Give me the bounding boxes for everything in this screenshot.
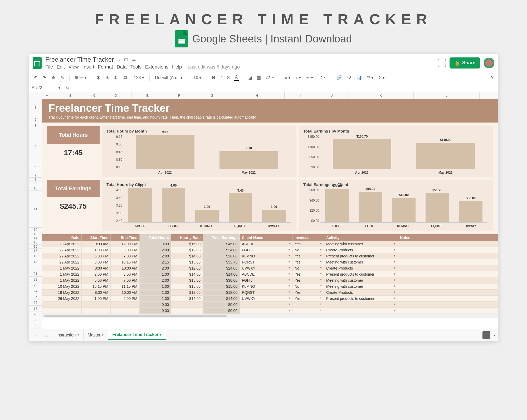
row-header[interactable]: 23 bbox=[29, 282, 42, 288]
table-cell[interactable]: $14.00 bbox=[203, 296, 240, 302]
print-button[interactable]: 🖶 bbox=[50, 75, 56, 81]
table-cell[interactable]: 2:15 bbox=[140, 259, 171, 265]
share-button[interactable]: 🔒 Share bbox=[450, 57, 480, 69]
paint-format-button[interactable]: ✎ bbox=[60, 75, 65, 81]
explore-button[interactable] bbox=[482, 331, 490, 339]
table-cell[interactable]: No bbox=[292, 265, 324, 271]
menu-data[interactable]: Data bbox=[117, 64, 127, 70]
table-cell[interactable]: 1:00 bbox=[140, 296, 171, 302]
table-cell[interactable]: 2:00 PM bbox=[82, 271, 111, 277]
menu-edit[interactable]: Edit bbox=[57, 64, 65, 70]
table-cell[interactable]: ABCDE bbox=[240, 241, 292, 247]
table-cell[interactable]: 1:00 PM bbox=[82, 296, 111, 302]
table-cell[interactable]: Present products to customer bbox=[324, 296, 398, 302]
table-cell[interactable]: 1 May 2022 bbox=[42, 271, 82, 277]
table-cell[interactable]: 2:00 bbox=[140, 247, 171, 253]
menu-tools[interactable]: Tools bbox=[130, 64, 141, 70]
table-cell[interactable] bbox=[398, 290, 498, 296]
table-cell[interactable]: $15.00 bbox=[171, 241, 203, 247]
table-cell[interactable]: 12:00 PM bbox=[111, 241, 140, 247]
move-folder-icon[interactable]: 🗀 bbox=[124, 57, 129, 62]
table-cell[interactable] bbox=[398, 308, 498, 314]
table-row[interactable]: 18 May 20228:30 AM10:00 AM1:30$12.00$18.… bbox=[42, 290, 498, 296]
row-header[interactable]: 13 bbox=[29, 232, 42, 236]
table-cell[interactable]: $14.00 bbox=[203, 271, 240, 277]
table-cell[interactable]: PQRST bbox=[240, 259, 292, 265]
row-header[interactable]: 24 bbox=[29, 288, 42, 294]
undo-button[interactable]: ↶ bbox=[33, 75, 38, 81]
table-cell[interactable]: $14.00 bbox=[171, 253, 203, 259]
table-cell[interactable]: $12.00 bbox=[171, 290, 203, 296]
table-cell[interactable]: 1 May 2022 bbox=[42, 265, 82, 271]
scroll-tabs-button[interactable]: ‹ bbox=[494, 333, 495, 338]
row-header[interactable]: 12 bbox=[29, 228, 42, 232]
col-header[interactable]: L bbox=[414, 92, 480, 99]
table-cell[interactable]: Yes bbox=[292, 290, 324, 296]
table-row[interactable]: 1 May 20222:00 PM3:00 PM1:00$14.00$14.00… bbox=[42, 271, 498, 277]
row-header[interactable]: 27 bbox=[29, 306, 42, 311]
col-header[interactable]: B bbox=[52, 92, 89, 99]
table-cell[interactable]: ABCDE bbox=[240, 271, 292, 277]
table-cell[interactable]: 8:00 PM bbox=[82, 259, 111, 265]
table-cell[interactable]: $15.00 bbox=[203, 284, 240, 290]
table-cell[interactable] bbox=[111, 308, 140, 314]
row-header[interactable]: 2 bbox=[29, 116, 42, 123]
row-header[interactable]: 22 bbox=[29, 277, 42, 282]
table-cell[interactable] bbox=[171, 308, 203, 314]
table-cell[interactable]: 8:30 AM bbox=[82, 290, 111, 296]
table-cell[interactable] bbox=[240, 308, 292, 314]
table-cell[interactable] bbox=[42, 302, 82, 308]
link-button[interactable]: 🔗 bbox=[335, 75, 343, 81]
fill-color-button[interactable]: ◢ bbox=[247, 75, 253, 81]
col-header[interactable]: D bbox=[100, 92, 132, 99]
menu-format[interactable]: Format bbox=[98, 64, 113, 70]
table-cell[interactable]: 1:00 bbox=[140, 284, 171, 290]
row-header[interactable]: 4 bbox=[29, 128, 42, 165]
row-header[interactable]: 16 bbox=[29, 245, 42, 249]
table-cell[interactable] bbox=[292, 302, 324, 308]
table-cell[interactable] bbox=[324, 302, 398, 308]
table-row[interactable]: 10 May 202210:15 PM11:15 PM1:00$15.00$15… bbox=[42, 284, 498, 290]
row-header[interactable]: 3 bbox=[29, 123, 42, 128]
col-header[interactable]: I bbox=[285, 92, 316, 99]
add-sheet-button[interactable]: + bbox=[32, 332, 40, 339]
table-cell[interactable]: 7:00 PM bbox=[111, 277, 140, 284]
more-formats-button[interactable]: 123 ▾ bbox=[133, 75, 145, 81]
table-cell[interactable]: 10:15 PM bbox=[111, 259, 140, 265]
col-header[interactable]: A bbox=[42, 92, 52, 99]
row-header[interactable]: 30 bbox=[29, 323, 42, 329]
table-cell[interactable] bbox=[398, 296, 498, 302]
row-header[interactable]: 6 bbox=[29, 169, 42, 173]
table-cell[interactable]: $14.00 bbox=[171, 296, 203, 302]
italic-button[interactable]: I bbox=[219, 75, 223, 81]
table-cell[interactable]: Meeting with customer bbox=[324, 277, 398, 284]
table-cell[interactable]: 2:00 bbox=[140, 265, 171, 271]
table-cell[interactable]: $15.00 bbox=[171, 277, 203, 284]
table-row[interactable]: 22 Apr 20228:00 PM10:15 PM2:15$15.00$33.… bbox=[42, 259, 498, 265]
table-cell[interactable]: $0.00 bbox=[203, 302, 240, 308]
row-header[interactable]: 15 bbox=[29, 240, 42, 245]
star-icon[interactable]: ☆ bbox=[117, 57, 121, 62]
table-cell[interactable]: $33.75 bbox=[203, 259, 240, 265]
row-header[interactable]: 20 bbox=[29, 265, 42, 271]
row-header[interactable]: 25 bbox=[29, 294, 42, 300]
row-header[interactable]: 11 bbox=[29, 191, 42, 228]
table-cell[interactable]: 22 Apr 2022 bbox=[42, 253, 82, 259]
table-row[interactable]: 1 May 20225:00 PM7:00 PM2:00$15.00$30.00… bbox=[42, 277, 498, 284]
col-header[interactable]: C bbox=[89, 92, 100, 99]
h-align-button[interactable]: ≡ ▾ bbox=[284, 75, 291, 81]
collapse-toolbar-button[interactable]: ᐱ bbox=[489, 75, 494, 81]
table-cell[interactable]: Yes bbox=[292, 271, 324, 277]
table-cell[interactable]: 7:00 PM bbox=[111, 253, 140, 259]
col-header[interactable]: G bbox=[195, 92, 229, 99]
table-cell[interactable] bbox=[398, 277, 498, 284]
row-header[interactable]: 9 bbox=[29, 182, 42, 186]
v-align-button[interactable]: ↕ ▾ bbox=[295, 75, 302, 81]
rotate-button[interactable]: ⭯ ▾ bbox=[317, 75, 327, 81]
table-cell[interactable]: Create Products bbox=[324, 290, 398, 296]
table-cell[interactable] bbox=[42, 308, 82, 314]
table-cell[interactable]: Yes bbox=[292, 253, 324, 259]
row-header[interactable]: 10 bbox=[29, 186, 42, 191]
table-cell[interactable]: $30.00 bbox=[203, 277, 240, 284]
table-cell[interactable] bbox=[398, 247, 498, 253]
